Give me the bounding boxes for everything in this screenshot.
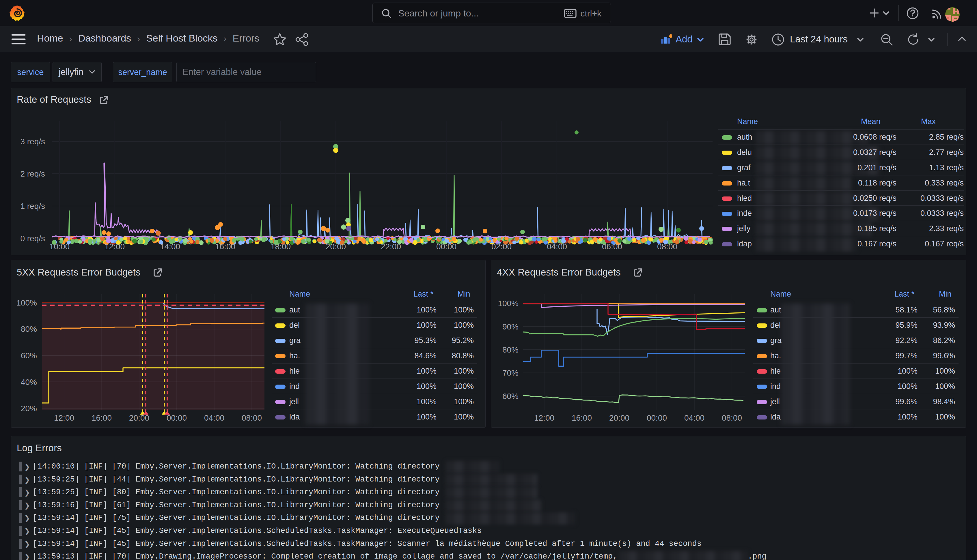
svg-text:100%: 100% <box>498 299 519 308</box>
svg-text:20:00: 20:00 <box>326 242 346 251</box>
svg-text:18:00: 18:00 <box>271 242 291 251</box>
svg-text:80%: 80% <box>503 345 519 354</box>
svg-text:12:00: 12:00 <box>534 413 554 422</box>
svg-text:0 req/s: 0 req/s <box>20 234 45 243</box>
svg-text:100%: 100% <box>16 298 37 307</box>
svg-text:40%: 40% <box>21 378 37 387</box>
svg-text:3 req/s: 3 req/s <box>20 137 45 146</box>
svg-text:16:00: 16:00 <box>215 242 235 251</box>
svg-text:60%: 60% <box>503 392 519 401</box>
svg-text:08:00: 08:00 <box>722 413 742 422</box>
svg-text:20%: 20% <box>21 404 37 413</box>
svg-text:2 req/s: 2 req/s <box>20 169 45 178</box>
svg-text:22:00: 22:00 <box>381 242 401 251</box>
svg-text:10:00: 10:00 <box>49 242 70 251</box>
svg-text:08:00: 08:00 <box>657 242 677 251</box>
svg-text:12:00: 12:00 <box>105 242 125 251</box>
svg-text:08:00: 08:00 <box>242 413 262 422</box>
svg-text:20:00: 20:00 <box>609 413 630 422</box>
svg-text:12:00: 12:00 <box>54 413 74 422</box>
svg-text:00:00: 00:00 <box>647 413 667 422</box>
svg-text:02:00: 02:00 <box>491 242 512 251</box>
svg-text:80%: 80% <box>21 325 37 333</box>
svg-text:06:00: 06:00 <box>602 242 622 251</box>
svg-text:04:00: 04:00 <box>547 242 567 251</box>
svg-text:90%: 90% <box>503 322 519 331</box>
svg-text:04:00: 04:00 <box>204 413 224 422</box>
svg-text:00:00: 00:00 <box>436 242 456 251</box>
svg-text:16:00: 16:00 <box>572 413 592 422</box>
svg-text:1 req/s: 1 req/s <box>20 202 45 211</box>
svg-text:20:00: 20:00 <box>129 413 149 422</box>
svg-text:14:00: 14:00 <box>160 242 180 251</box>
svg-text:16:00: 16:00 <box>92 413 112 422</box>
svg-text:04:00: 04:00 <box>684 413 705 422</box>
svg-text:70%: 70% <box>503 368 519 377</box>
svg-text:60%: 60% <box>21 351 37 360</box>
svg-text:00:00: 00:00 <box>167 413 187 422</box>
